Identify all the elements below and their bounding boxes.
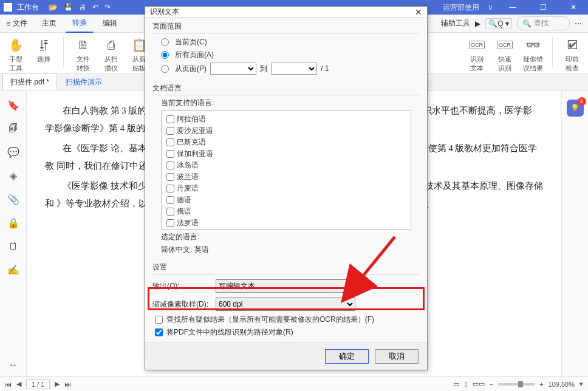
more-icon[interactable]: ⋯ [575, 19, 582, 28]
lang-item[interactable]: 爱沙尼亚语 [166, 125, 406, 137]
find-icon[interactable]: 🔍Q ▾ [485, 18, 512, 29]
lang-item[interactable]: 波兰语 [166, 171, 406, 183]
aux-tools-label[interactable]: 辅助工具 [441, 18, 470, 29]
pages-icon[interactable]: 🗐 [9, 123, 18, 134]
dialog-buttons: 确定 取消 [145, 342, 427, 370]
bulb-button[interactable]: 💡1 [567, 100, 584, 117]
check-suspect[interactable] [155, 316, 163, 324]
check-suspect-row[interactable]: 查找所有疑似结果（显示所有可能需要被修改的OCR的结果）(F) [152, 313, 420, 326]
maximize-button[interactable]: ☐ [532, 3, 554, 12]
selected-lang-value: 简体中文, 英语 [161, 245, 420, 255]
cancel-button[interactable]: 取消 [375, 349, 419, 364]
doc-tab-2[interactable]: 扫描件演示 [58, 74, 109, 90]
preflight-icon: 🗹 [566, 36, 578, 53]
tab-convert[interactable]: 转换 [66, 14, 93, 33]
search-input[interactable]: 🔍 查找 [517, 16, 570, 30]
ocr-recognize[interactable]: OCR识别 文本 [466, 36, 488, 73]
supported-label: 当前支持的语言: [152, 98, 420, 108]
search-icon: 🔍 [522, 19, 532, 28]
minimize-button[interactable]: — [502, 3, 524, 12]
redo-icon[interactable]: ↷ [104, 3, 111, 12]
statusbar: ⏮ ◀ 1 / 1 ▶ ⏭ ▭ ▯ ▭▭ − + 109.58% ▾ [0, 376, 588, 391]
dpi-select[interactable]: 600 dpi [216, 298, 355, 311]
radio-all-pages[interactable]: 所有页面(A) [152, 49, 420, 61]
settings-title: 设置 [152, 262, 420, 274]
last-page-icon[interactable]: ⏭ [64, 381, 71, 388]
ok-button[interactable]: 确定 [325, 349, 369, 364]
attachments-icon[interactable]: 📎 [7, 194, 19, 205]
zoom-value[interactable]: 109.58% [549, 381, 575, 388]
page-indicator[interactable]: 1 / 1 [26, 379, 50, 389]
page-total: / 1 [321, 64, 329, 73]
zoom-in-icon[interactable]: + [539, 381, 543, 388]
selected-lang-label: 选定的语言: [161, 232, 420, 242]
radio-all-input[interactable] [161, 51, 169, 59]
next-page-icon[interactable]: ▶ [55, 380, 60, 388]
tab-edit[interactable]: 编辑 [97, 15, 123, 32]
lang-item[interactable]: 丹麦语 [166, 183, 406, 194]
hand-icon: ✋ [9, 36, 24, 53]
lang-item[interactable]: 法罗语 [166, 217, 406, 229]
layers-icon[interactable]: ◈ [10, 170, 17, 182]
suspect-results[interactable]: 👓疑似错 误结果 [522, 36, 544, 73]
lang-item[interactable]: 阿拉伯语 [166, 114, 406, 125]
lang-item[interactable]: 德语 [166, 194, 406, 206]
info-icon[interactable]: ⓘ [363, 280, 371, 291]
sidebar-right: 💡1 [561, 91, 588, 376]
view-cont-icon[interactable]: ▯ [464, 380, 468, 388]
app-logo [4, 3, 12, 12]
comments-icon[interactable]: 💬 [7, 146, 19, 158]
radio-from-input[interactable] [161, 65, 169, 73]
dpi-row: 缩减像素取样(D): 600 dpi [152, 295, 420, 313]
from-page-select[interactable] [210, 63, 256, 75]
zoom-chevron-icon[interactable]: ▾ [579, 380, 583, 388]
dialog-close-button[interactable]: ✕ [415, 7, 422, 17]
panel-toggle-icon[interactable]: ▶ [475, 19, 480, 28]
output-select[interactable]: 可编辑文本 [216, 279, 355, 293]
to-page-select[interactable] [271, 63, 317, 75]
lang-item[interactable]: 保加利亚语 [166, 148, 406, 160]
doc-tab-1[interactable]: 扫描件.pdf * [2, 73, 57, 90]
file-menu[interactable]: ≡ 文件 [6, 18, 27, 29]
save-icon[interactable]: 💾 [64, 3, 73, 12]
file-convert[interactable]: 🗎文件 转换 [72, 36, 94, 73]
lang-item[interactable]: 巴斯克语 [166, 137, 406, 148]
open-icon[interactable]: 📂 [49, 3, 58, 12]
security-icon[interactable]: 🔒 [7, 217, 19, 229]
view-two-icon[interactable]: ▭▭ [473, 380, 485, 388]
quick-ocr[interactable]: OCR快速 识别 [494, 36, 516, 73]
lang-item[interactable]: 俄语 [166, 206, 406, 217]
bookmark-icon[interactable]: 🔖 [7, 100, 19, 111]
close-window-button[interactable]: ✕ [562, 3, 584, 12]
doc-language-section: 文档语言 当前支持的语言: 阿拉伯语爱沙尼亚语巴斯克语保加利亚语冰岛语波兰语丹麦… [145, 80, 427, 259]
view-single-icon[interactable]: ▭ [453, 380, 459, 388]
language-list[interactable]: 阿拉伯语爱沙尼亚语巴斯克语保加利亚语冰岛语波兰语丹麦语德语俄语法罗语 [161, 110, 411, 229]
fields-icon[interactable]: 🗒 [9, 241, 18, 252]
hand-tool[interactable]: ✋手型 工具 [5, 36, 27, 73]
recognize-text-dialog: 识别文本 ✕ 页面范围 当前页(C) 所有页面(A) 从页面(P) 到 / 1 … [145, 6, 428, 370]
radio-current-input[interactable] [161, 38, 169, 46]
check-path[interactable] [155, 328, 163, 336]
titlebar-quick-icons: 📂 💾 🖨 ↶ ↷ [49, 3, 111, 12]
undo-icon[interactable]: ↶ [92, 3, 98, 12]
from-scanner[interactable]: ⎙从扫 描仪 [100, 36, 122, 73]
output-row: 输出(O): 可编辑文本 ⓘ [152, 277, 420, 295]
tab-home[interactable]: 主页 [36, 15, 63, 32]
toggle-sidebar-icon[interactable]: ↔ [9, 359, 18, 370]
convert-icon: 🗎 [77, 36, 89, 53]
zoom-slider[interactable] [498, 383, 535, 386]
lang-item[interactable]: 冰岛语 [166, 160, 406, 171]
output-label: 输出(O): [152, 281, 211, 291]
print-icon[interactable]: 🖨 [79, 3, 86, 12]
usage-label[interactable]: 运营部使用 [443, 2, 479, 13]
zoom-out-icon[interactable]: − [490, 381, 493, 388]
select-tool[interactable]: ⭿选择 [33, 36, 55, 64]
dpi-label: 缩减像素取样(D): [152, 299, 211, 310]
prev-page-icon[interactable]: ◀ [16, 380, 21, 388]
radio-from-page[interactable]: 从页面(P) 到 / 1 [152, 61, 420, 76]
preflight[interactable]: 🗹印前 检查 [561, 36, 583, 73]
radio-current-page[interactable]: 当前页(C) [152, 36, 420, 49]
check-path-row[interactable]: 将PDF文件中的线段识别为路径对象(R) [152, 326, 420, 339]
signatures-icon[interactable]: ✍ [7, 264, 19, 276]
first-page-icon[interactable]: ⏮ [5, 381, 12, 388]
